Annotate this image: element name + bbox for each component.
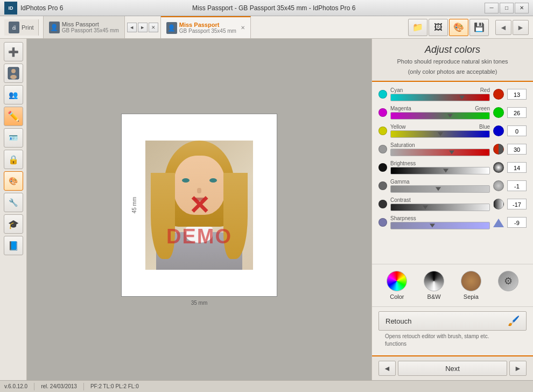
tab2-icon: 👤 (166, 22, 177, 34)
group-portraits-icon[interactable]: 👥 (4, 85, 23, 104)
content-area: ➕ 👥 ✏️ 🪪 🔒 🎨 🔧 🎓 📘 45 mm (0, 39, 533, 380)
slider-section-7: Sharpness (390, 215, 490, 229)
slider-row-0: CyanRed13 (378, 87, 527, 101)
svg-point-1 (11, 69, 16, 73)
slider-dot-left-1 (378, 108, 387, 117)
slider-dot-left-0 (378, 90, 387, 99)
rel-date-text: rel. 24/03/2013 (41, 383, 77, 389)
slider-track-3[interactable] (390, 149, 490, 156)
slider-track-4[interactable] (390, 167, 490, 174)
slider-section-5: Gamma (390, 179, 490, 193)
slider-track-7[interactable] (390, 222, 490, 229)
slider-section-4: Brightness (390, 160, 490, 174)
retouch-icon: 🖌️ (508, 315, 520, 327)
slider-value-0: 13 (507, 89, 527, 100)
status-sep2 (83, 383, 84, 390)
graduation-icon[interactable]: 🎓 (4, 214, 23, 234)
slider-track-0[interactable] (390, 94, 490, 101)
forward-button[interactable]: ► (513, 20, 529, 35)
color-icon (387, 271, 407, 291)
photo-button[interactable]: 🖼 (429, 19, 448, 36)
slider-track-2[interactable] (390, 130, 490, 138)
tab-nav: ◄ ► ✕ (125, 16, 161, 38)
slider-row-4: Brightness14 (378, 160, 527, 174)
book-icon[interactable]: 📘 (4, 236, 23, 255)
slider-label-left-5: Gamma (390, 179, 410, 185)
retouch-section: Retouch 🖌️ Opens retouch editor with bru… (372, 306, 533, 355)
color-mode-gear[interactable]: ⚙ (494, 269, 523, 302)
color-mode-color[interactable]: Color (382, 269, 411, 302)
slider-section-0: CyanRed (390, 87, 490, 101)
slider-track-1[interactable] (390, 112, 490, 120)
color-mode-bw[interactable]: B&W (419, 269, 448, 302)
tab2-text: Miss Passport GB Passport 35x45 mm (179, 22, 236, 34)
portrait-icon[interactable] (4, 64, 23, 83)
tab-prev-button[interactable]: ◄ (127, 23, 137, 32)
slider-thumb-3 (449, 150, 454, 154)
bw-label: B&W (427, 293, 441, 300)
tab2-close[interactable]: ✕ (241, 25, 245, 31)
tools-icon[interactable]: 🔧 (4, 193, 23, 212)
slider-label-left-7: Sharpness (390, 215, 416, 221)
color-modes: Color B&W Sepia ⚙ (372, 264, 533, 306)
retouch-label: Retouch (385, 317, 411, 325)
tab2-name: Miss Passport (179, 22, 236, 28)
color-mode-sepia[interactable]: Sepia (457, 269, 486, 302)
tab1-name: Miss Passport (62, 21, 119, 27)
nav-forward-button[interactable]: ► (509, 361, 527, 376)
slider-label-right-1: Green (475, 106, 490, 111)
add-icon[interactable]: ➕ (4, 42, 23, 61)
slider-label-left-4: Brightness (390, 160, 416, 166)
slider-row-5: Gamma-1 (378, 179, 527, 193)
panel-title: Adjust colors (381, 44, 524, 55)
print-tab[interactable]: 🖨 Print (4, 19, 39, 36)
right-panel: Adjust colors Photo should reproduce nat… (371, 39, 533, 380)
minimize-button[interactable]: ─ (485, 3, 499, 13)
save-button[interactable]: 💾 (469, 19, 489, 36)
close-button[interactable]: ✕ (515, 3, 529, 13)
slider-section-6: Contrast (390, 197, 490, 211)
open-file-button[interactable]: 📁 (408, 19, 427, 36)
status-bar: v.6.0.12.0 rel. 24/03/2013 PF:2 TL:0 PL:… (0, 380, 533, 392)
slider-label-left-2: Yellow (390, 124, 406, 130)
slider-value-6: -17 (507, 199, 527, 209)
nav-back-button[interactable]: ◄ (378, 361, 396, 376)
slider-dot-right-6 (493, 199, 504, 209)
slider-dot-left-4 (378, 163, 387, 172)
tab-close-button[interactable]: ✕ (149, 23, 158, 32)
palette-icon[interactable]: 🎨 (4, 171, 23, 191)
tab-next-button[interactable]: ► (138, 23, 148, 32)
retouch-button[interactable]: Retouch 🖌️ (378, 311, 527, 331)
tab-1[interactable]: 👤 Miss Passport GB Passport 35x45 mm (44, 16, 125, 38)
sepia-icon (461, 271, 481, 291)
colors-button[interactable]: 🎨 (449, 19, 468, 36)
slider-track-5[interactable] (390, 185, 490, 193)
tab-2[interactable]: 👤 Miss Passport GB Passport 35x45 mm ✕ (161, 16, 251, 38)
color-label: Color (390, 293, 404, 300)
slider-value-4: 14 (507, 162, 527, 173)
photo-container: 45 mm (121, 114, 277, 306)
edit-icon[interactable]: ✏️ (4, 107, 23, 126)
slider-label-left-3: Saturation (390, 142, 415, 148)
id-card-icon[interactable]: 🪪 (4, 128, 23, 148)
gear-icon: ⚙ (498, 271, 518, 291)
back-button[interactable]: ◄ (495, 20, 511, 35)
slider-value-2: 0 (507, 125, 527, 136)
slider-thumb-6 (423, 205, 428, 209)
slider-dot-right-7 (493, 219, 504, 227)
slider-row-6: Contrast-17 (378, 197, 527, 211)
maximize-button[interactable]: □ (500, 3, 514, 13)
demo-cross: ✕ (188, 190, 210, 220)
left-sidebar: ➕ 👥 ✏️ 🪪 🔒 🎨 🔧 🎓 📘 (0, 39, 27, 380)
next-button[interactable]: Next (398, 361, 507, 376)
print-icon: 🖨 (9, 22, 19, 33)
panel-header: Adjust colors Photo should reproduce nat… (372, 39, 533, 82)
slider-dot-left-5 (378, 181, 387, 190)
photo-frame: 45 mm (121, 114, 277, 297)
slider-value-7: -9 (507, 217, 527, 228)
slider-label-left-6: Contrast (390, 197, 411, 203)
slider-dot-right-4 (493, 162, 504, 173)
slider-track-6[interactable] (390, 204, 490, 211)
panel-sliders: CyanRed13MagentaGreen26YellowBlue0Satura… (372, 82, 533, 264)
lock-icon[interactable]: 🔒 (4, 150, 23, 169)
